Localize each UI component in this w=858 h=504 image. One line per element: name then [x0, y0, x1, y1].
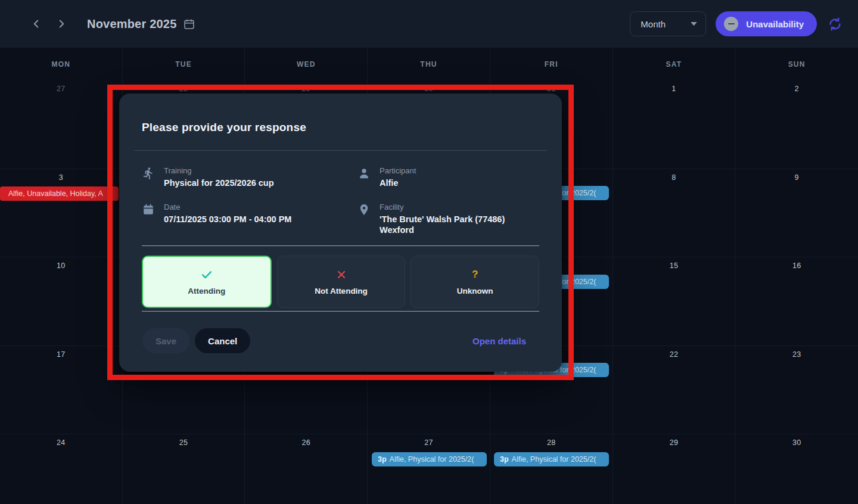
sync-button[interactable]: [828, 17, 843, 32]
training-field: Training Physical for 2025/2026 cup: [142, 166, 358, 188]
weekday-header: SAT: [613, 48, 736, 80]
field-value: Alfie: [380, 178, 416, 188]
weekday-header: SUN: [735, 48, 858, 80]
day-cell[interactable]: 27: [0, 80, 123, 169]
response-label: Attending: [188, 287, 225, 295]
check-icon: [200, 268, 213, 281]
sync-icon: [828, 17, 843, 32]
calendar-icon[interactable]: [183, 18, 195, 30]
date-number: 24: [57, 438, 66, 447]
event-details: Training Physical for 2025/2026 cup Part…: [142, 166, 539, 235]
day-cell[interactable]: 1: [613, 80, 736, 169]
next-month-button[interactable]: [52, 15, 70, 33]
question-icon: ?: [472, 268, 478, 281]
day-cell[interactable]: 10: [0, 257, 123, 345]
date-number: 30: [792, 438, 801, 447]
response-label: Not Attending: [315, 287, 368, 295]
field-label: Facility: [380, 203, 529, 211]
weekday-header: WED: [245, 48, 368, 80]
divider: [142, 245, 539, 246]
not-attending-option[interactable]: Not Attending: [277, 256, 406, 308]
save-button[interactable]: Save: [142, 328, 189, 353]
date-number: 30: [424, 85, 433, 93]
field-value: Physical for 2025/2026 cup: [164, 178, 274, 188]
weekday-header: TUE: [123, 48, 245, 80]
date-number: 27: [57, 85, 66, 93]
day-cell[interactable]: 3: [0, 169, 123, 257]
event-time: 3p: [378, 455, 387, 463]
app-window: November 2025 Month Unavailability: [0, 0, 858, 504]
divider: [142, 311, 539, 312]
date-number: 31: [547, 85, 556, 93]
day-cell[interactable]: 22: [613, 346, 736, 434]
event-chip-unavailability[interactable]: Alfie, Unavailable, Holiday, A: [0, 186, 119, 201]
top-toolbar: November 2025 Month Unavailability: [0, 0, 858, 48]
event-chip-label: Alfie, Unavailable, Holiday, A: [8, 189, 103, 198]
field-label: Training: [164, 166, 274, 175]
unavailability-label: Unavailability: [746, 19, 804, 29]
day-cell[interactable]: 17: [0, 346, 123, 434]
event-chip-training[interactable]: 3p Alfie, Physical for 2025/2(: [494, 452, 609, 466]
event-time: 3p: [500, 455, 509, 463]
event-chip-training[interactable]: 3p Alfie, Physical for 2025/2(: [372, 452, 487, 466]
date-number: 25: [179, 438, 188, 447]
day-cell[interactable]: 30: [735, 434, 858, 504]
chevron-down-icon: [691, 22, 697, 26]
date-number: 28: [547, 438, 556, 447]
page-title: November 2025: [87, 17, 176, 31]
date-number: 17: [57, 350, 66, 359]
facility-field: Facility 'The Brute' Walsh Park (77486) …: [358, 203, 539, 235]
day-cell[interactable]: 16: [735, 257, 858, 345]
attending-option[interactable]: Attending: [142, 256, 272, 308]
response-dialog: Please provide your response Training Ph…: [119, 94, 562, 372]
response-options: Attending Not Attending ? Unknown: [142, 256, 539, 308]
weekday-header: THU: [368, 48, 490, 80]
unavailability-button[interactable]: Unavailability: [716, 11, 817, 36]
dialog-footer: Save Cancel Open details: [142, 328, 526, 353]
field-label: Date: [164, 203, 291, 211]
day-cell[interactable]: 29: [613, 434, 736, 504]
event-chip-label: Alfie, Physical for 2025/2(: [512, 455, 596, 463]
event-chip-label: Alfie, Physical for 2025/2(: [390, 455, 474, 463]
toolbar-actions: Month Unavailability: [630, 11, 843, 36]
open-details-link[interactable]: Open details: [472, 336, 526, 346]
weekday-header: FRI: [490, 48, 613, 80]
location-pin-icon: [358, 203, 372, 235]
day-cell[interactable]: 27: [368, 434, 490, 504]
x-icon: [335, 268, 347, 281]
weekday-header-row: MON TUE WED THU FRI SAT SUN: [0, 48, 858, 80]
person-icon: [358, 167, 372, 188]
unknown-option[interactable]: ? Unknown: [411, 256, 539, 308]
participant-field: Participant Alfie: [358, 166, 539, 188]
date-number: 8: [672, 173, 676, 182]
chevron-right-icon: [55, 17, 68, 30]
day-cell[interactable]: 26: [245, 434, 368, 504]
day-cell[interactable]: 2: [735, 80, 858, 169]
cancel-button[interactable]: Cancel: [195, 328, 250, 353]
date-number: 26: [302, 438, 311, 447]
view-mode-value: Month: [641, 19, 666, 29]
day-cell[interactable]: 23: [735, 346, 858, 434]
field-value: 'The Brute' Walsh Park (77486) Wexford: [380, 214, 529, 235]
chevron-left-icon: [30, 17, 43, 30]
day-cell[interactable]: 25: [123, 434, 245, 504]
date-field: Date 07/11/2025 03:00 PM - 04:00 PM: [142, 203, 358, 235]
day-cell[interactable]: 8: [613, 169, 736, 257]
date-number: 10: [57, 262, 66, 270]
view-mode-dropdown[interactable]: Month: [630, 11, 706, 36]
date-number: 22: [670, 350, 679, 359]
response-label: Unknown: [457, 287, 493, 295]
date-number: 28: [179, 85, 188, 93]
day-cell[interactable]: 28: [490, 434, 613, 504]
date-number: 15: [670, 262, 679, 270]
day-cell[interactable]: 24: [0, 434, 123, 504]
day-cell[interactable]: 15: [613, 257, 736, 345]
date-number: 29: [302, 85, 311, 93]
field-label: Participant: [380, 166, 416, 175]
date-number: 27: [424, 438, 433, 447]
prev-month-button[interactable]: [27, 15, 45, 33]
running-icon: [142, 167, 156, 188]
date-number: 9: [795, 173, 799, 182]
divider: [134, 150, 547, 151]
day-cell[interactable]: 9: [735, 169, 858, 257]
